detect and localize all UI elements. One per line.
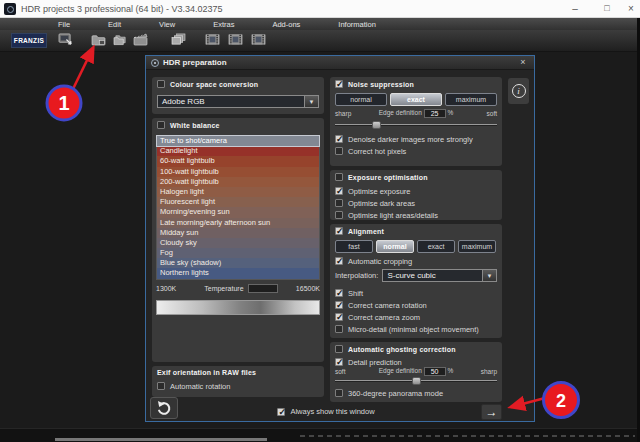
wb-item-blue-sky-shadow[interactable]: Blue sky (shadow) [157, 258, 319, 268]
annotation-step-2: 2 [556, 391, 566, 411]
exposure-panel: Exposure optimisation Optimise exposureO… [330, 170, 502, 220]
mode-button-normal[interactable]: normal [335, 93, 387, 106]
edge-definition-value[interactable]: 25 [424, 109, 446, 118]
mode-button-maximum[interactable]: maximum [445, 93, 497, 106]
noise-slider[interactable] [335, 121, 497, 129]
wb-item-60-watt-lightbulb[interactable]: 60-watt lightbulb [157, 156, 319, 166]
always-show-row[interactable]: Always show this window [132, 407, 520, 416]
option-360-panorama[interactable]: 360-degree panorama mode [330, 387, 502, 399]
temperature-input[interactable] [248, 284, 278, 293]
continue-button[interactable]: → [481, 404, 502, 420]
minimize-button[interactable]: – [564, 0, 586, 18]
wb-item-fluorescent-light[interactable]: Fluorescent light [157, 197, 319, 207]
option-label: Automatic rotation [170, 382, 230, 391]
interpolation-row: Interpolation: S-curve cubic ▼ [335, 269, 497, 282]
mode-button-normal[interactable]: normal [376, 240, 414, 253]
alignment-panel: Alignment fastnormalexactmaximum Automat… [330, 224, 502, 338]
bracketing-series-1-icon[interactable] [204, 32, 221, 47]
option-shift[interactable]: Shift [330, 287, 502, 299]
image-stack-icon[interactable] [170, 32, 187, 47]
edge-definition-value[interactable]: 50 [424, 367, 446, 376]
wb-item-cloudy-sky[interactable]: Cloudy sky [157, 238, 319, 248]
menu-item-file[interactable]: File [58, 20, 70, 29]
slider-knob[interactable] [372, 121, 381, 129]
info-icon: i [512, 84, 526, 98]
correct-camera-rotation-checkbox[interactable] [335, 301, 343, 309]
option-optimise-exposure[interactable]: Optimise exposure [330, 185, 502, 197]
temperature-label: Temperature [204, 285, 243, 292]
clapperboard-icon[interactable] [132, 32, 149, 47]
menu-item-information[interactable]: Information [338, 20, 376, 29]
option-correct-camera-rotation[interactable]: Correct camera rotation [330, 299, 502, 311]
dialog-title-bar[interactable]: HDR preparation × [146, 56, 534, 70]
option-denoise-darker-images-more-strongly[interactable]: Denoise darker images more strongly [330, 133, 502, 145]
maximize-button[interactable]: □ [596, 0, 618, 18]
alignment-checkbox[interactable] [335, 227, 343, 235]
optimise-exposure-checkbox[interactable] [335, 187, 343, 195]
info-button[interactable]: i [508, 78, 529, 104]
mode-button-fast[interactable]: fast [335, 240, 373, 253]
menu-bar: FileEditViewExtrasAdd-onsInformation [0, 18, 640, 30]
menu-item-extras[interactable]: Extras [213, 20, 234, 29]
menu-item-view[interactable]: View [159, 20, 175, 29]
wb-item-morning-evening-sun[interactable]: Morning/evening sun [157, 207, 319, 217]
load-projects-icon[interactable] [112, 32, 129, 47]
option-automatic-cropping[interactable]: Automatic cropping [330, 255, 502, 267]
always-show-label: Always show this window [290, 407, 374, 416]
toolbar: FRANZIS [0, 30, 640, 52]
start-screen-icon[interactable] [57, 32, 74, 47]
noise-suppression-checkbox[interactable] [335, 80, 343, 88]
ghosting-slider[interactable] [335, 377, 497, 385]
wb-item-northern-lights[interactable]: Northern lights [157, 268, 319, 278]
always-show-checkbox[interactable] [277, 408, 285, 416]
mode-button-maximum[interactable]: maximum [458, 240, 496, 253]
mode-button-exact[interactable]: exact [417, 240, 455, 253]
optimise-dark-areas-checkbox[interactable] [335, 199, 343, 207]
colour-space-dropdown[interactable]: Adobe RGB ▼ [157, 95, 319, 108]
wb-item-halogen-light[interactable]: Halogen light [157, 187, 319, 197]
option-automatic-rotation[interactable]: Automatic rotation [152, 380, 324, 392]
temperature-gradient-slider[interactable] [156, 300, 320, 315]
automatic-rotation-checkbox[interactable] [157, 382, 165, 390]
automatic-cropping-checkbox[interactable] [335, 257, 343, 265]
chevron-down-icon[interactable]: ▼ [304, 96, 318, 107]
option-optimise-dark-areas[interactable]: Optimise dark areas [330, 197, 502, 209]
wb-item-late-morning-early-afternoon-sun[interactable]: Late morning/early afternoon sun [157, 218, 319, 228]
correct-hot-pixels-checkbox[interactable] [335, 147, 343, 155]
wb-item-candlelight[interactable]: Candlelight [157, 146, 319, 156]
exposure-checkbox[interactable] [335, 173, 343, 181]
interpolation-dropdown[interactable]: S-curve cubic ▼ [382, 269, 497, 282]
panorama-checkbox[interactable] [335, 389, 343, 397]
noise-suppression-label: Noise suppression [348, 81, 414, 88]
ghosting-checkbox[interactable] [335, 345, 343, 353]
correct-camera-zoom-checkbox[interactable] [335, 313, 343, 321]
bracketing-series-2-icon[interactable] [227, 32, 244, 47]
wb-item-true-to-shot-camera[interactable]: True to shot/camera [157, 136, 319, 146]
chevron-down-icon[interactable]: ▼ [482, 270, 496, 281]
option-optimise-light-areas-details[interactable]: Optimise light areas/details [330, 209, 502, 221]
menu-item-edit[interactable]: Edit [108, 20, 121, 29]
optimise-light-areas-details-checkbox[interactable] [335, 211, 343, 219]
bracketing-series-3-icon[interactable] [250, 32, 267, 47]
wb-item-100-watt-lightbulb[interactable]: 100-watt lightbulb [157, 167, 319, 177]
close-button[interactable]: × [620, 0, 640, 18]
shift-checkbox[interactable] [335, 289, 343, 297]
bottom-strip [0, 428, 640, 442]
mode-button-exact[interactable]: exact [390, 93, 442, 106]
colour-space-checkbox[interactable] [157, 80, 165, 88]
dialog-close-icon[interactable]: × [516, 56, 530, 70]
menu-item-add-ons[interactable]: Add-ons [272, 20, 300, 29]
micro-detail-minimal-object-movement-checkbox[interactable] [335, 325, 343, 333]
option-micro-detail-minimal-object-movement[interactable]: Micro-detail (minimal object movement) [330, 323, 502, 335]
detail-prediction-checkbox[interactable] [335, 358, 343, 366]
option-label: Correct hot pixels [348, 147, 406, 156]
option-correct-camera-zoom[interactable]: Correct camera zoom [330, 311, 502, 323]
wb-item-fog[interactable]: Fog [157, 248, 319, 258]
slider-knob[interactable] [412, 377, 421, 385]
option-correct-hot-pixels[interactable]: Correct hot pixels [330, 145, 502, 157]
denoise-darker-images-more-strongly-checkbox[interactable] [335, 135, 343, 143]
wb-item-midday-sun[interactable]: Midday sun [157, 228, 319, 238]
white-balance-checkbox[interactable] [157, 121, 165, 129]
load-images-icon[interactable] [90, 32, 107, 47]
wb-item-200-watt-lightbulb[interactable]: 200-watt lightbulb [157, 177, 319, 187]
